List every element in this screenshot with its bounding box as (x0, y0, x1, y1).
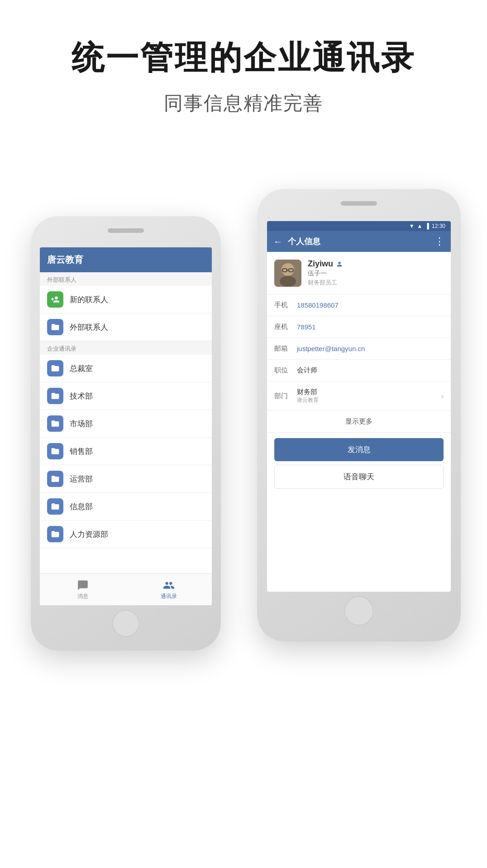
profile-info-card: Ziyiwu 伍子一 财务部员工 (267, 252, 451, 294)
contact-name: 运营部 (70, 474, 93, 484)
phone-left-home-button (112, 610, 139, 637)
external-folder-icon (47, 319, 63, 335)
info-row-title: 职位 会计师 (267, 360, 451, 381)
page-title: 个人信息 (288, 236, 320, 247)
label-landline: 座机 (274, 323, 297, 331)
folder-icon (47, 415, 63, 432)
signal-icon: ▼ (409, 223, 415, 229)
tab-bar: 消息 通讯录 (40, 574, 212, 605)
dept-block: 财务部 唐云教育 (297, 388, 441, 404)
label-dept: 部门 (274, 392, 297, 400)
contact-name: 新的联系人 (70, 294, 108, 305)
phone-right: ▼ ▲ ▐ 12:30 ← 个人信息 ⋮ (257, 188, 461, 641)
list-item[interactable]: 运营部 (40, 465, 212, 493)
list-item[interactable]: 市场部 (40, 410, 212, 438)
hero-section: 统一管理的企业通讯录 同事信息精准完善 (53, 0, 434, 143)
contact-name: 销售部 (70, 446, 93, 457)
folder-icon (47, 388, 63, 404)
profile-realname: 伍子一 (308, 270, 343, 278)
value-email: justpetter@tangyun.cn (297, 345, 444, 352)
info-row-phone[interactable]: 手机 18580198607 (267, 294, 451, 316)
profile-role: 财务部员工 (308, 279, 343, 287)
phone-right-speaker (341, 201, 377, 206)
chevron-right-icon: › (441, 391, 444, 401)
label-title: 职位 (274, 366, 297, 375)
list-item[interactable]: 销售部 (40, 438, 212, 465)
contacts-header: 唐云教育 (40, 247, 212, 272)
more-menu-button[interactable]: ⋮ (434, 236, 444, 247)
section-label-company: 企业通讯录 (40, 341, 212, 355)
tab-contacts-label: 通讯录 (161, 593, 177, 600)
contact-name: 技术部 (70, 391, 93, 401)
label-email: 邮箱 (274, 344, 297, 353)
list-item[interactable]: 外部联系人 (40, 313, 212, 341)
new-contact-icon (47, 291, 63, 308)
phone-left-speaker (108, 228, 144, 233)
folder-icon (47, 443, 63, 459)
label-phone: 手机 (274, 301, 297, 309)
value-landline: 78951 (297, 323, 444, 331)
phone-left-screen: 唐云教育 外部联系人 新的联系人 外部联系人 企业通讯录 (40, 247, 212, 605)
phone-left: 唐云教育 外部联系人 新的联系人 外部联系人 企业通讯录 (31, 216, 221, 651)
wifi-icon: ▲ (417, 223, 423, 229)
profile-username: Ziyiwu (308, 259, 343, 269)
contact-name: 人力资源部 (70, 529, 108, 540)
tab-messages[interactable]: 消息 (40, 574, 126, 605)
send-message-button[interactable]: 发消息 (274, 438, 444, 461)
phone-right-home-button (344, 596, 374, 626)
value-dept: 财务部 (297, 388, 441, 396)
phone-right-screen: ▼ ▲ ▐ 12:30 ← 个人信息 ⋮ (267, 221, 451, 592)
back-button[interactable]: ← (273, 236, 282, 247)
tab-messages-label: 消息 (77, 593, 88, 600)
contact-name: 信息部 (70, 502, 93, 512)
tab-contacts[interactable]: 通讯录 (126, 574, 212, 605)
org-name: 唐云教育 (47, 255, 83, 265)
list-item[interactable]: 总裁室 (40, 355, 212, 382)
list-item[interactable]: 新的联系人 (40, 286, 212, 313)
section-label-external: 外部联系人 (40, 272, 212, 286)
list-item[interactable]: 人力资源部 (40, 521, 212, 548)
show-more-button[interactable]: 显示更多 (267, 411, 451, 433)
time: 12:30 (432, 223, 445, 229)
list-item[interactable]: 信息部 (40, 493, 212, 521)
avatar (274, 260, 301, 287)
contact-name: 外部联系人 (70, 322, 108, 333)
profile-name-block: Ziyiwu 伍子一 财务部员工 (308, 259, 343, 287)
voice-chat-button[interactable]: 语音聊天 (274, 465, 444, 489)
value-phone: 18580198607 (297, 301, 444, 309)
status-bar: ▼ ▲ ▐ 12:30 (267, 221, 451, 231)
list-item[interactable]: 技术部 (40, 382, 212, 410)
folder-icon (47, 471, 63, 487)
phones-container: 唐云教育 外部联系人 新的联系人 外部联系人 企业通讯录 (17, 161, 470, 732)
contact-name: 总裁室 (70, 363, 93, 374)
profile-header: ← 个人信息 ⋮ (267, 231, 451, 252)
header-left: ← 个人信息 (273, 236, 320, 247)
svg-point-1 (282, 263, 294, 276)
folder-icon (47, 526, 63, 542)
contact-name: 市场部 (70, 419, 93, 429)
svg-point-2 (280, 276, 296, 287)
battery-icon: ▐ (425, 223, 429, 229)
dept-org: 唐云教育 (297, 396, 441, 404)
hero-subtitle: 同事信息精准完善 (72, 91, 415, 116)
info-row-dept[interactable]: 部门 财务部 唐云教育 › (267, 381, 451, 411)
info-row-email[interactable]: 邮箱 justpetter@tangyun.cn (267, 338, 451, 360)
value-title: 会计师 (297, 366, 444, 375)
folder-icon (47, 360, 63, 376)
folder-icon (47, 498, 63, 515)
info-row-landline[interactable]: 座机 78951 (267, 316, 451, 338)
hero-title: 统一管理的企业通讯录 (72, 36, 415, 80)
